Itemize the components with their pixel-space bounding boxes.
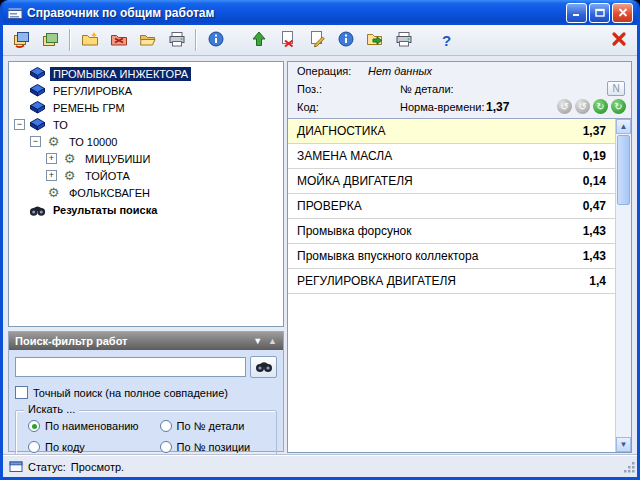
exact-search-checkbox[interactable] [15,386,28,399]
open-folder-icon [139,30,157,50]
operation-value: Нет данных [368,65,432,77]
part-number-label: № детали: [400,83,454,95]
vertical-scrollbar[interactable]: ▲ ▼ [615,119,631,452]
works-book-button[interactable] [36,26,65,54]
print-list-icon [395,30,413,50]
search-input[interactable] [15,357,246,377]
gears-icon: ⚙ [61,151,78,166]
maximize-button[interactable] [589,3,610,23]
delete-item-button[interactable] [273,26,302,54]
work-type-icon [29,66,46,81]
tree-item-regulirovka[interactable]: РЕГУЛИРОВКА [9,82,283,99]
radio-icon[interactable] [28,441,40,453]
gears-icon: ⚙ [45,134,62,149]
tree-item-toyota[interactable]: + ⚙ ТОЙОТА [9,167,283,184]
toolbar-separator [69,29,71,51]
print-button[interactable] [162,26,191,54]
collapse-toggle-icon[interactable]: − [30,136,41,147]
tree-item-volkswagen[interactable]: ⚙ ФОЛЬКСВАГЕН [9,184,283,201]
status-icon [9,460,23,473]
nav-next-button[interactable]: ↻ [593,99,608,114]
info-button[interactable] [201,26,230,54]
works-book-icon [42,30,60,50]
tree-item-to[interactable]: − ТО [9,116,283,133]
search-by-group: Искать ... По наименованию По № детали П… [15,410,277,456]
toolbar-separator [195,29,197,51]
edit-item-icon [308,30,326,50]
help-button[interactable]: ? [432,26,461,54]
scroll-track[interactable] [616,206,631,437]
work-row[interactable]: Промывка впускного коллектора1,43 [288,244,615,269]
resize-grip[interactable] [623,461,636,476]
exit-button[interactable] [604,26,633,54]
radio-icon[interactable] [160,441,172,453]
collapse-toggle-icon[interactable]: − [14,119,25,130]
app-window: Справочник по общим работам [0,0,640,480]
tree-item-search-results[interactable]: Результаты поиска [9,201,283,218]
radio-checked-icon[interactable] [28,420,40,432]
norm-time-label: Норма-времени: [400,101,485,113]
expand-toggle-icon[interactable]: + [46,153,57,164]
move-up-button[interactable] [244,26,273,54]
search-by-part-number-option[interactable]: По № детали [160,420,274,432]
gears-icon: ⚙ [61,168,78,183]
edit-item-button[interactable] [302,26,331,54]
scroll-down-button[interactable]: ▼ [616,437,631,452]
open-item-button[interactable] [360,26,389,54]
tree-item-promyvka-inzhektora[interactable]: ПРОМЫВКА ИНЖЕКТОРА [9,65,283,82]
status-value: Просмотр. [71,461,124,473]
item-info-button[interactable] [331,26,360,54]
titlebar[interactable]: Справочник по общим работам [3,0,637,25]
search-filter-title: Поиск-фильтр работ [15,335,127,347]
search-by-name-option[interactable]: По наименованию [28,420,160,432]
part-number-button[interactable]: N [607,81,625,96]
open-item-icon [366,30,384,50]
work-row[interactable]: ЗАМЕНА МАСЛА0,19 [288,144,615,169]
window-title: Справочник по общим работам [27,6,562,20]
work-detail-panel: Операция: Нет данных Поз.: № детали: N К… [287,61,632,453]
new-folder-button[interactable] [75,26,104,54]
code-label: Код: [297,101,319,113]
search-filter-header[interactable]: Поиск-фильтр работ ▼ ▲ [9,332,283,350]
radio-icon[interactable] [160,420,172,432]
minimize-button[interactable] [566,3,587,23]
chevron-up-icon[interactable]: ▲ [268,337,277,346]
exact-search-label: Точный поиск (на полное совпадение) [33,387,228,399]
nav-prev-button[interactable]: ↺ [575,99,590,114]
expand-toggle-icon[interactable]: + [46,170,57,181]
tree-item-to-10000[interactable]: − ⚙ ТО 10000 [9,133,283,150]
close-button[interactable] [612,3,633,23]
work-row[interactable]: МОЙКА ДВИГАТЕЛЯ0,14 [288,169,615,194]
print-list-button[interactable] [389,26,418,54]
search-button[interactable] [250,356,277,378]
work-row[interactable]: ПРОВЕРКА0,47 [288,194,615,219]
norm-time-value: 1,37 [486,100,509,114]
exact-search-option[interactable]: Точный поиск (на полное совпадение) [9,378,283,399]
delete-folder-button[interactable] [104,26,133,54]
chevron-down-icon[interactable]: ▼ [253,337,262,346]
tree-item-mitsubishi[interactable]: + ⚙ МИЦУБИШИ [9,150,283,167]
work-row[interactable]: Промывка форсунок1,43 [288,219,615,244]
tree-item-remen-grm[interactable]: РЕМЕНЬ ГРМ [9,99,283,116]
work-type-icon [29,83,46,98]
search-by-position-option[interactable]: По № позиции [160,441,274,453]
statusbar: Статус: Просмотр. [3,455,637,477]
nav-first-button[interactable]: ↺ [557,99,572,114]
open-folder-button[interactable] [133,26,162,54]
gears-icon: ⚙ [45,185,62,200]
help-icon: ? [442,32,451,49]
info-icon [207,30,225,50]
work-row[interactable]: РЕГУЛИРОВКА ДВИГАТЕЛЯ1,4 [288,269,615,294]
scroll-thumb[interactable] [617,135,630,205]
operation-label: Операция: [297,65,351,77]
scroll-up-button[interactable]: ▲ [616,119,631,134]
reference-book-icon [13,30,31,50]
nav-last-button[interactable]: ↻ [611,99,626,114]
toolbar: ? [3,25,637,56]
work-row[interactable]: ДИАГНОСТИКА1,37 [288,119,615,144]
exit-icon [610,30,628,50]
search-by-code-option[interactable]: По коду [28,441,160,453]
binoculars-icon [29,202,46,217]
reference-book-button[interactable] [7,26,36,54]
item-info-icon [337,30,355,50]
